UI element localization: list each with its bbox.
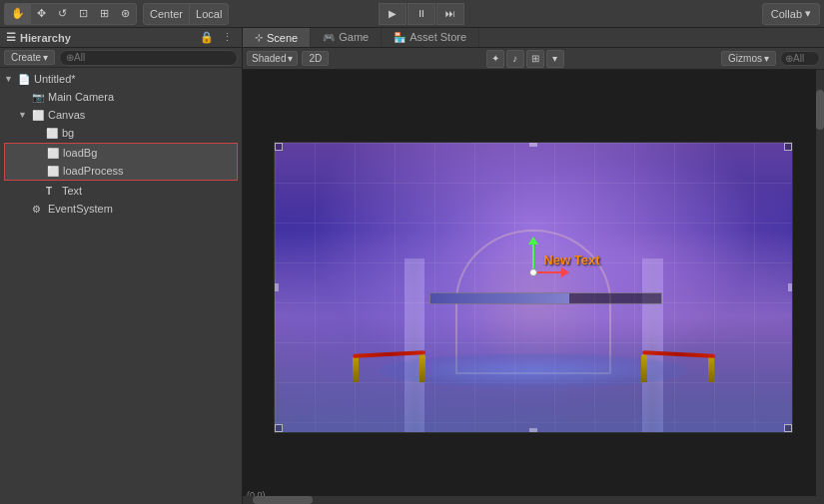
create-label: Create xyxy=(11,52,41,63)
hierarchy-item-eventsystem[interactable]: ⚙ EventSystem xyxy=(0,200,242,218)
scene-effect-icons: ✦ ♪ ⊞ ▾ xyxy=(486,50,564,68)
top-toolbar: ✋ ✥ ↺ ⊡ ⊞ ⊛ Center Local ▶ ⏸ ⏭ Collab ▾ xyxy=(0,0,824,28)
scene-outer: New Text xyxy=(243,70,824,504)
tree-label-loadbg: loadBg xyxy=(63,147,97,159)
asset-store-tab-icon: 🏪 xyxy=(394,32,406,43)
horizontal-scroll-thumb[interactable] xyxy=(253,496,313,504)
vertical-scroll-thumb[interactable] xyxy=(816,90,824,130)
gizmo-y-arrow xyxy=(528,237,538,245)
scene-toolbar: Shaded ▾ 2D ✦ ♪ ⊞ ▾ Gizmos ▾ xyxy=(243,48,824,70)
scene-tab-label: Scene xyxy=(267,32,298,44)
pause-btn[interactable]: ⏸ xyxy=(408,3,435,25)
gizmos-label: Gizmos xyxy=(728,53,762,64)
hierarchy-item-loadbg[interactable]: ⬜ loadBg xyxy=(5,144,237,162)
hierarchy-title: Hierarchy xyxy=(20,32,71,44)
play-btn[interactable]: ▶ xyxy=(379,3,407,25)
move-tool-btn[interactable]: ✥ xyxy=(31,3,52,25)
scene-tab-icon: ⊹ xyxy=(255,32,263,43)
hierarchy-item-bg[interactable]: ⬜ bg xyxy=(0,124,242,142)
tab-scene[interactable]: ⊹ Scene xyxy=(243,28,311,47)
gizmo-center xyxy=(529,268,537,276)
tree-label-untitled: Untitled* xyxy=(34,73,76,85)
gizmos-area: Gizmos ▾ xyxy=(721,51,820,66)
shaded-dropdown-icon: ▾ xyxy=(288,53,293,64)
hierarchy-search-input[interactable] xyxy=(66,52,231,63)
local-btn[interactable]: Local xyxy=(190,3,228,25)
center-btn[interactable]: Center xyxy=(144,3,189,25)
hierarchy-item-canvas[interactable]: ▼ ⬜ Canvas xyxy=(0,106,242,124)
tree-icon-text: T xyxy=(46,186,60,197)
tree-icon-loadbg: ⬜ xyxy=(47,148,61,159)
vertical-scrollbar[interactable] xyxy=(816,70,824,504)
tab-game[interactable]: 🎮 Game xyxy=(311,28,382,47)
tree-icon-untitled: 📄 xyxy=(18,74,32,85)
gizmo-x-axis xyxy=(533,271,563,273)
tabs-row: ⊹ Scene 🎮 Game 🏪 Asset Store xyxy=(243,28,824,48)
scene-frame: New Text xyxy=(274,142,793,433)
tree-arrow-canvas: ▼ xyxy=(18,110,32,120)
audio-icon-btn[interactable]: ♪ xyxy=(506,50,524,68)
hand-tool-btn[interactable]: ✋ xyxy=(5,3,31,25)
tree-icon-bg: ⬜ xyxy=(46,128,60,139)
hierarchy-item-loadprocess[interactable]: ⬜ loadProcess xyxy=(5,162,237,180)
handle-corner-tr[interactable] xyxy=(784,143,792,151)
hierarchy-header: ☰ Hierarchy 🔒 ⋮ xyxy=(0,28,242,48)
loadbg-outline: ⬜ loadBg ⬜ loadProcess xyxy=(4,143,238,181)
image-icon-btn[interactable]: ⊞ xyxy=(526,50,544,68)
hierarchy-toolbar: Create ▾ xyxy=(0,48,242,68)
asset-store-tab-label: Asset Store xyxy=(410,31,466,43)
game-tab-icon: 🎮 xyxy=(323,32,335,43)
transform-gizmo xyxy=(503,243,563,302)
step-btn[interactable]: ⏭ xyxy=(436,3,464,25)
shaded-label: Shaded xyxy=(252,53,286,64)
hierarchy-item-untitled[interactable]: ▼ 📄 Untitled* xyxy=(0,70,242,88)
scale-tool-btn[interactable]: ⊡ xyxy=(73,3,94,25)
hierarchy-panel: ☰ Hierarchy 🔒 ⋮ Create ▾ ▼ 📄 Untitled* xyxy=(0,28,243,504)
handle-corner-bl[interactable] xyxy=(275,424,283,432)
hierarchy-content: ▼ 📄 Untitled* 📷 Main Camera ▼ ⬜ Canvas ⬜… xyxy=(0,68,242,504)
tree-label-eventsystem: EventSystem xyxy=(48,203,113,215)
collab-area: Collab ▾ xyxy=(762,3,820,25)
scene-viewport: New Text xyxy=(243,70,824,504)
rope-post-3 xyxy=(641,354,647,382)
tree-label-text: Text xyxy=(62,185,82,197)
hierarchy-lock-btn[interactable]: 🔒 xyxy=(197,30,217,45)
tree-label-loadprocess: loadProcess xyxy=(63,165,124,177)
hierarchy-item-main-camera[interactable]: 📷 Main Camera xyxy=(0,88,242,106)
create-btn[interactable]: Create ▾ xyxy=(4,50,55,65)
pivot-group: Center Local xyxy=(143,3,229,25)
handle-corner-br[interactable] xyxy=(784,424,792,432)
hierarchy-item-text[interactable]: T Text xyxy=(0,182,242,200)
collab-dropdown-icon: ▾ xyxy=(805,7,811,20)
main-area: ☰ Hierarchy 🔒 ⋮ Create ▾ ▼ 📄 Untitled* xyxy=(0,28,824,504)
gizmos-search-input[interactable] xyxy=(780,51,820,66)
tree-label-main-camera: Main Camera xyxy=(48,91,114,103)
handle-edge-top[interactable] xyxy=(529,143,537,147)
transform-tools: ✋ ✥ ↺ ⊡ ⊞ ⊛ xyxy=(4,3,137,25)
handle-corner-tl[interactable] xyxy=(275,143,283,151)
collab-label: Collab xyxy=(771,8,802,20)
tree-icon-main-camera: 📷 xyxy=(32,92,46,103)
extra-icon-btn[interactable]: ▾ xyxy=(546,50,564,68)
hierarchy-search[interactable] xyxy=(59,50,238,66)
gizmos-btn[interactable]: Gizmos ▾ xyxy=(721,51,776,66)
gizmo-x-arrow xyxy=(561,267,569,277)
tab-asset-store[interactable]: 🏪 Asset Store xyxy=(382,28,479,47)
hierarchy-title-icon: ☰ xyxy=(6,31,16,44)
2d-btn[interactable]: 2D xyxy=(302,51,329,66)
right-panel: ⊹ Scene 🎮 Game 🏪 Asset Store Shaded ▾ 2D… xyxy=(243,28,824,504)
collab-btn[interactable]: Collab ▾ xyxy=(762,3,820,25)
handle-edge-right[interactable] xyxy=(788,283,792,291)
hierarchy-header-actions: 🔒 ⋮ xyxy=(197,30,236,45)
fx-icon-btn[interactable]: ✦ xyxy=(486,50,504,68)
rotate-tool-btn[interactable]: ↺ xyxy=(52,3,73,25)
hierarchy-more-btn[interactable]: ⋮ xyxy=(219,30,236,45)
shaded-select[interactable]: Shaded ▾ xyxy=(247,51,298,66)
rect-tool-btn[interactable]: ⊞ xyxy=(94,3,115,25)
handle-edge-left[interactable] xyxy=(275,283,279,291)
handle-edge-bottom[interactable] xyxy=(529,428,537,432)
tree-label-canvas: Canvas xyxy=(48,109,85,121)
horizontal-scrollbar[interactable] xyxy=(243,496,816,504)
custom-tool-btn[interactable]: ⊛ xyxy=(115,3,136,25)
game-tab-label: Game xyxy=(339,31,369,43)
